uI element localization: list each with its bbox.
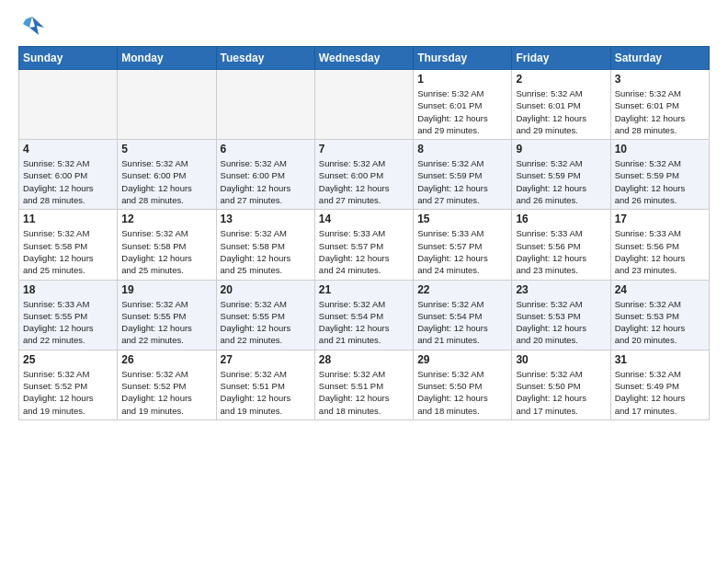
calendar-cell: 1Sunrise: 5:32 AM Sunset: 6:01 PM Daylig… <box>414 70 512 140</box>
day-info: Sunrise: 5:32 AM Sunset: 6:00 PM Dayligh… <box>221 157 311 206</box>
day-number: 20 <box>221 283 311 296</box>
day-number: 17 <box>615 213 705 225</box>
day-number: 31 <box>615 353 705 366</box>
calendar-cell: 31Sunrise: 5:32 AM Sunset: 5:49 PM Dayli… <box>610 350 709 419</box>
day-info: Sunrise: 5:32 AM Sunset: 5:59 PM Dayligh… <box>615 157 705 206</box>
week-row-3: 11Sunrise: 5:32 AM Sunset: 5:58 PM Dayli… <box>19 210 710 280</box>
day-number: 21 <box>319 283 409 296</box>
calendar-cell: 5Sunrise: 5:32 AM Sunset: 6:00 PM Daylig… <box>118 140 216 210</box>
day-info: Sunrise: 5:32 AM Sunset: 5:55 PM Dayligh… <box>221 298 311 347</box>
day-info: Sunrise: 5:32 AM Sunset: 5:59 PM Dayligh… <box>516 157 606 206</box>
calendar-table: SundayMondayTuesdayWednesdayThursdayFrid… <box>18 46 710 420</box>
day-number: 3 <box>615 73 705 86</box>
day-info: Sunrise: 5:32 AM Sunset: 6:01 PM Dayligh… <box>417 87 507 136</box>
calendar-cell: 12Sunrise: 5:32 AM Sunset: 5:58 PM Dayli… <box>118 210 216 280</box>
day-number: 27 <box>221 353 311 366</box>
day-info: Sunrise: 5:32 AM Sunset: 6:00 PM Dayligh… <box>319 157 409 206</box>
week-row-1: 1Sunrise: 5:32 AM Sunset: 6:01 PM Daylig… <box>19 70 710 140</box>
day-number: 12 <box>121 213 211 225</box>
calendar-cell: 6Sunrise: 5:32 AM Sunset: 6:00 PM Daylig… <box>216 140 314 210</box>
calendar-cell: 9Sunrise: 5:32 AM Sunset: 5:59 PM Daylig… <box>512 140 610 210</box>
day-number: 22 <box>417 283 507 296</box>
calendar-cell: 20Sunrise: 5:32 AM Sunset: 5:55 PM Dayli… <box>216 280 314 350</box>
day-number: 19 <box>121 283 211 296</box>
day-info: Sunrise: 5:32 AM Sunset: 5:49 PM Dayligh… <box>615 368 705 417</box>
day-info: Sunrise: 5:33 AM Sunset: 5:57 PM Dayligh… <box>417 227 507 276</box>
day-info: Sunrise: 5:32 AM Sunset: 5:58 PM Dayligh… <box>221 227 311 276</box>
week-row-5: 25Sunrise: 5:32 AM Sunset: 5:52 PM Dayli… <box>19 350 710 419</box>
day-number: 2 <box>516 73 606 86</box>
day-info: Sunrise: 5:32 AM Sunset: 6:00 PM Dayligh… <box>121 157 211 206</box>
day-info: Sunrise: 5:32 AM Sunset: 5:52 PM Dayligh… <box>121 368 211 417</box>
calendar-cell <box>314 70 413 140</box>
calendar-cell: 2Sunrise: 5:32 AM Sunset: 6:01 PM Daylig… <box>512 70 610 140</box>
calendar-cell: 8Sunrise: 5:32 AM Sunset: 5:59 PM Daylig… <box>414 140 512 210</box>
calendar-cell: 14Sunrise: 5:33 AM Sunset: 5:57 PM Dayli… <box>314 210 413 280</box>
day-number: 29 <box>417 353 507 366</box>
calendar-cell: 23Sunrise: 5:32 AM Sunset: 5:53 PM Dayli… <box>512 280 610 350</box>
calendar-cell: 3Sunrise: 5:32 AM Sunset: 6:01 PM Daylig… <box>610 70 709 140</box>
day-number: 28 <box>319 353 409 366</box>
day-info: Sunrise: 5:32 AM Sunset: 5:50 PM Dayligh… <box>417 368 507 417</box>
weekday-header-wednesday: Wednesday <box>314 47 413 70</box>
page-header <box>18 15 710 39</box>
svg-marker-0 <box>29 17 44 35</box>
day-info: Sunrise: 5:32 AM Sunset: 5:51 PM Dayligh… <box>221 368 311 417</box>
calendar-cell: 29Sunrise: 5:32 AM Sunset: 5:50 PM Dayli… <box>414 350 512 419</box>
calendar-cell: 25Sunrise: 5:32 AM Sunset: 5:52 PM Dayli… <box>19 350 118 419</box>
weekday-header-tuesday: Tuesday <box>216 47 314 70</box>
day-number: 24 <box>615 283 705 296</box>
day-info: Sunrise: 5:33 AM Sunset: 5:55 PM Dayligh… <box>23 298 113 347</box>
day-info: Sunrise: 5:33 AM Sunset: 5:56 PM Dayligh… <box>516 227 606 276</box>
calendar-cell: 30Sunrise: 5:32 AM Sunset: 5:50 PM Dayli… <box>512 350 610 419</box>
day-number: 8 <box>417 143 507 155</box>
calendar-cell: 17Sunrise: 5:33 AM Sunset: 5:56 PM Dayli… <box>610 210 709 280</box>
day-number: 4 <box>23 143 113 155</box>
calendar-cell: 27Sunrise: 5:32 AM Sunset: 5:51 PM Dayli… <box>216 350 314 419</box>
calendar-cell: 15Sunrise: 5:33 AM Sunset: 5:57 PM Dayli… <box>414 210 512 280</box>
weekday-header-friday: Friday <box>512 47 610 70</box>
calendar-cell <box>216 70 314 140</box>
logo-icon <box>18 15 46 39</box>
week-row-2: 4Sunrise: 5:32 AM Sunset: 6:00 PM Daylig… <box>19 140 710 210</box>
weekday-header-row: SundayMondayTuesdayWednesdayThursdayFrid… <box>19 47 710 70</box>
calendar-cell: 19Sunrise: 5:32 AM Sunset: 5:55 PM Dayli… <box>118 280 216 350</box>
day-info: Sunrise: 5:32 AM Sunset: 5:55 PM Dayligh… <box>121 298 211 347</box>
calendar-cell: 4Sunrise: 5:32 AM Sunset: 6:00 PM Daylig… <box>19 140 118 210</box>
weekday-header-saturday: Saturday <box>610 47 709 70</box>
day-info: Sunrise: 5:32 AM Sunset: 5:54 PM Dayligh… <box>417 298 507 347</box>
calendar-cell: 11Sunrise: 5:32 AM Sunset: 5:58 PM Dayli… <box>19 210 118 280</box>
day-number: 18 <box>23 283 113 296</box>
day-info: Sunrise: 5:32 AM Sunset: 6:01 PM Dayligh… <box>615 87 705 136</box>
calendar-cell: 7Sunrise: 5:32 AM Sunset: 6:00 PM Daylig… <box>314 140 413 210</box>
calendar-cell: 28Sunrise: 5:32 AM Sunset: 5:51 PM Dayli… <box>314 350 413 419</box>
day-number: 5 <box>121 143 211 155</box>
calendar-cell: 26Sunrise: 5:32 AM Sunset: 5:52 PM Dayli… <box>118 350 216 419</box>
calendar-cell: 16Sunrise: 5:33 AM Sunset: 5:56 PM Dayli… <box>512 210 610 280</box>
calendar-cell: 22Sunrise: 5:32 AM Sunset: 5:54 PM Dayli… <box>414 280 512 350</box>
logo <box>18 15 50 39</box>
day-number: 30 <box>516 353 606 366</box>
day-info: Sunrise: 5:32 AM Sunset: 5:53 PM Dayligh… <box>615 298 705 347</box>
calendar-cell: 21Sunrise: 5:32 AM Sunset: 5:54 PM Dayli… <box>314 280 413 350</box>
day-info: Sunrise: 5:33 AM Sunset: 5:57 PM Dayligh… <box>319 227 409 276</box>
day-number: 16 <box>516 213 606 225</box>
day-info: Sunrise: 5:32 AM Sunset: 5:51 PM Dayligh… <box>319 368 409 417</box>
calendar-cell: 24Sunrise: 5:32 AM Sunset: 5:53 PM Dayli… <box>610 280 709 350</box>
day-info: Sunrise: 5:32 AM Sunset: 6:00 PM Dayligh… <box>23 157 113 206</box>
day-info: Sunrise: 5:32 AM Sunset: 5:52 PM Dayligh… <box>23 368 113 417</box>
day-info: Sunrise: 5:32 AM Sunset: 5:53 PM Dayligh… <box>516 298 606 347</box>
svg-marker-1 <box>23 17 32 28</box>
day-info: Sunrise: 5:32 AM Sunset: 5:58 PM Dayligh… <box>23 227 113 276</box>
calendar-cell <box>118 70 216 140</box>
weekday-header-sunday: Sunday <box>19 47 118 70</box>
day-number: 1 <box>417 73 507 86</box>
day-info: Sunrise: 5:32 AM Sunset: 5:59 PM Dayligh… <box>417 157 507 206</box>
day-number: 25 <box>23 353 113 366</box>
day-number: 23 <box>516 283 606 296</box>
weekday-header-thursday: Thursday <box>414 47 512 70</box>
week-row-4: 18Sunrise: 5:33 AM Sunset: 5:55 PM Dayli… <box>19 280 710 350</box>
calendar-cell: 10Sunrise: 5:32 AM Sunset: 5:59 PM Dayli… <box>610 140 709 210</box>
calendar-cell: 18Sunrise: 5:33 AM Sunset: 5:55 PM Dayli… <box>19 280 118 350</box>
day-info: Sunrise: 5:32 AM Sunset: 5:54 PM Dayligh… <box>319 298 409 347</box>
